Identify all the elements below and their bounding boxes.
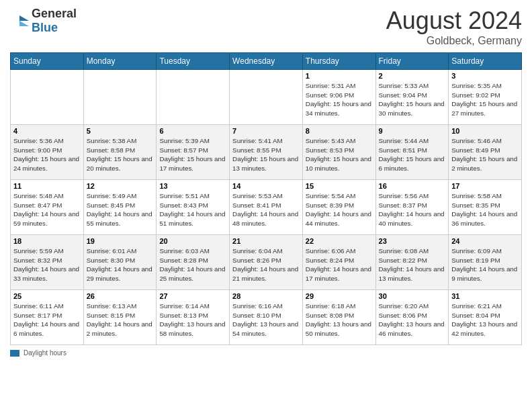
day-info: Sunrise: 5:33 AMSunset: 9:04 PMDaylight:…: [379, 81, 446, 118]
day-cell-empty-1: [83, 70, 157, 125]
day-cell-29: 29Sunrise: 6:18 AMSunset: 8:08 PMDayligh…: [302, 290, 375, 345]
day-cell-empty-3: [230, 70, 303, 125]
weekday-header-row: SundayMondayTuesdayWednesdayThursdayFrid…: [11, 53, 522, 70]
day-number: 9: [379, 127, 446, 135]
day-info: Sunrise: 6:01 AMSunset: 8:30 PMDaylight:…: [87, 246, 154, 283]
day-cell-empty-0: [11, 70, 84, 125]
day-cell-25: 25Sunrise: 6:11 AMSunset: 8:17 PMDayligh…: [11, 290, 84, 345]
day-info: Sunrise: 6:06 AMSunset: 8:24 PMDaylight:…: [306, 246, 373, 283]
day-info: Sunrise: 6:09 AMSunset: 8:19 PMDaylight:…: [451, 246, 519, 283]
day-cell-7: 7Sunrise: 5:41 AMSunset: 8:55 PMDaylight…: [230, 125, 303, 180]
day-info: Sunrise: 6:04 AMSunset: 8:26 PMDaylight:…: [232, 246, 300, 283]
day-info: Sunrise: 5:49 AMSunset: 8:45 PMDaylight:…: [87, 191, 154, 228]
day-cell-18: 18Sunrise: 5:59 AMSunset: 8:32 PMDayligh…: [11, 235, 84, 290]
day-info: Sunrise: 6:08 AMSunset: 8:22 PMDaylight:…: [379, 246, 446, 283]
day-number: 24: [451, 237, 519, 245]
calendar-table: SundayMondayTuesdayWednesdayThursdayFrid…: [10, 52, 522, 345]
day-info: Sunrise: 6:11 AMSunset: 8:17 PMDaylight:…: [13, 302, 81, 338]
logo: General Blue: [10, 7, 77, 35]
day-number: 21: [232, 237, 300, 245]
week-row-2: 4Sunrise: 5:36 AMSunset: 9:00 PMDaylight…: [11, 125, 522, 180]
week-row-4: 18Sunrise: 5:59 AMSunset: 8:32 PMDayligh…: [11, 235, 522, 290]
day-info: Sunrise: 6:21 AMSunset: 8:04 PMDaylight:…: [451, 302, 519, 338]
day-cell-21: 21Sunrise: 6:04 AMSunset: 8:26 PMDayligh…: [230, 235, 303, 290]
legend-label: Daylight hours: [24, 349, 66, 357]
day-info: Sunrise: 6:13 AMSunset: 8:15 PMDaylight:…: [87, 302, 154, 338]
day-info: Sunrise: 6:14 AMSunset: 8:13 PMDaylight:…: [159, 302, 226, 338]
day-cell-9: 9Sunrise: 5:44 AMSunset: 8:51 PMDaylight…: [375, 125, 449, 180]
day-cell-13: 13Sunrise: 5:51 AMSunset: 8:43 PMDayligh…: [157, 180, 230, 235]
day-number: 13: [159, 182, 226, 190]
week-row-5: 25Sunrise: 6:11 AMSunset: 8:17 PMDayligh…: [11, 290, 522, 345]
day-info: Sunrise: 5:35 AMSunset: 9:02 PMDaylight:…: [451, 81, 519, 118]
day-cell-24: 24Sunrise: 6:09 AMSunset: 8:19 PMDayligh…: [449, 235, 522, 290]
day-cell-31: 31Sunrise: 6:21 AMSunset: 8:04 PMDayligh…: [449, 290, 522, 345]
day-cell-2: 2Sunrise: 5:33 AMSunset: 9:04 PMDaylight…: [375, 70, 449, 125]
week-row-1: 1Sunrise: 5:31 AMSunset: 9:06 PMDaylight…: [11, 70, 522, 125]
page: General Blue August 2024 Goldbeck, Germa…: [0, 0, 532, 363]
day-number: 27: [159, 292, 226, 300]
day-number: 23: [379, 237, 446, 245]
day-cell-empty-2: [157, 70, 230, 125]
day-number: 12: [87, 182, 154, 190]
day-info: Sunrise: 5:43 AMSunset: 8:53 PMDaylight:…: [306, 136, 373, 173]
day-info: Sunrise: 5:41 AMSunset: 8:55 PMDaylight:…: [232, 136, 300, 173]
day-cell-6: 6Sunrise: 5:39 AMSunset: 8:57 PMDaylight…: [157, 125, 230, 180]
day-cell-26: 26Sunrise: 6:13 AMSunset: 8:15 PMDayligh…: [83, 290, 157, 345]
legend-color-box: [10, 350, 19, 357]
day-cell-28: 28Sunrise: 6:16 AMSunset: 8:10 PMDayligh…: [230, 290, 303, 345]
day-cell-30: 30Sunrise: 6:20 AMSunset: 8:06 PMDayligh…: [375, 290, 449, 345]
day-number: 18: [13, 237, 81, 245]
day-cell-8: 8Sunrise: 5:43 AMSunset: 8:53 PMDaylight…: [302, 125, 375, 180]
title-block: August 2024 Goldbeck, Germany: [386, 7, 522, 47]
day-cell-14: 14Sunrise: 5:53 AMSunset: 8:41 PMDayligh…: [230, 180, 303, 235]
header: General Blue August 2024 Goldbeck, Germa…: [10, 7, 522, 47]
weekday-header-tuesday: Tuesday: [157, 53, 230, 70]
day-number: 17: [451, 182, 519, 190]
day-info: Sunrise: 6:16 AMSunset: 8:10 PMDaylight:…: [232, 302, 300, 338]
day-number: 1: [306, 72, 373, 80]
day-cell-12: 12Sunrise: 5:49 AMSunset: 8:45 PMDayligh…: [83, 180, 157, 235]
logo-text: General Blue: [32, 7, 77, 35]
day-number: 19: [87, 237, 154, 245]
weekday-header-friday: Friday: [375, 53, 449, 70]
day-info: Sunrise: 5:46 AMSunset: 8:49 PMDaylight:…: [451, 136, 519, 173]
day-number: 2: [379, 72, 446, 80]
day-number: 14: [232, 182, 300, 190]
day-cell-5: 5Sunrise: 5:38 AMSunset: 8:58 PMDaylight…: [83, 125, 157, 180]
day-number: 8: [306, 127, 373, 135]
day-info: Sunrise: 5:31 AMSunset: 9:06 PMDaylight:…: [306, 81, 373, 118]
day-number: 26: [87, 292, 154, 300]
svg-marker-1: [19, 21, 29, 26]
day-number: 30: [379, 292, 446, 300]
weekday-header-wednesday: Wednesday: [230, 53, 303, 70]
day-number: 28: [232, 292, 300, 300]
day-info: Sunrise: 5:38 AMSunset: 8:58 PMDaylight:…: [87, 136, 154, 173]
day-number: 6: [159, 127, 226, 135]
week-row-3: 11Sunrise: 5:48 AMSunset: 8:47 PMDayligh…: [11, 180, 522, 235]
day-cell-10: 10Sunrise: 5:46 AMSunset: 8:49 PMDayligh…: [449, 125, 522, 180]
day-info: Sunrise: 5:56 AMSunset: 8:37 PMDaylight:…: [379, 191, 446, 228]
weekday-header-monday: Monday: [83, 53, 157, 70]
day-cell-27: 27Sunrise: 6:14 AMSunset: 8:13 PMDayligh…: [157, 290, 230, 345]
logo-bird-icon: [10, 14, 29, 28]
day-info: Sunrise: 5:58 AMSunset: 8:35 PMDaylight:…: [451, 191, 519, 228]
day-number: 29: [306, 292, 373, 300]
day-info: Sunrise: 5:36 AMSunset: 9:00 PMDaylight:…: [13, 136, 81, 173]
day-number: 3: [451, 72, 519, 80]
day-cell-4: 4Sunrise: 5:36 AMSunset: 9:00 PMDaylight…: [11, 125, 84, 180]
day-info: Sunrise: 5:53 AMSunset: 8:41 PMDaylight:…: [232, 191, 300, 228]
day-info: Sunrise: 6:20 AMSunset: 8:06 PMDaylight:…: [379, 302, 446, 338]
day-info: Sunrise: 5:39 AMSunset: 8:57 PMDaylight:…: [159, 136, 226, 173]
day-cell-23: 23Sunrise: 6:08 AMSunset: 8:22 PMDayligh…: [375, 235, 449, 290]
day-cell-15: 15Sunrise: 5:54 AMSunset: 8:39 PMDayligh…: [302, 180, 375, 235]
weekday-header-thursday: Thursday: [302, 53, 375, 70]
day-number: 31: [451, 292, 519, 300]
weekday-header-saturday: Saturday: [449, 53, 522, 70]
month-title: August 2024: [386, 7, 522, 35]
day-cell-20: 20Sunrise: 6:03 AMSunset: 8:28 PMDayligh…: [157, 235, 230, 290]
day-number: 20: [159, 237, 226, 245]
logo-blue: Blue: [32, 21, 58, 34]
footer: Daylight hours: [10, 349, 522, 357]
day-number: 4: [13, 127, 81, 135]
